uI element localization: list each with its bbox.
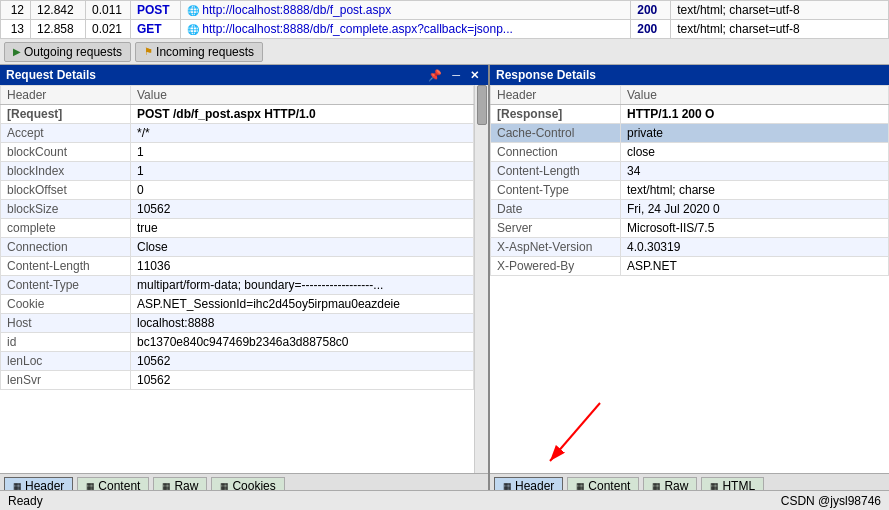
tab-incoming[interactable]: ⚑ Incoming requests <box>135 42 263 62</box>
request-detail-row[interactable]: Host localhost:8888 <box>1 314 474 333</box>
row-method: GET <box>131 20 181 39</box>
resp-header-val: close <box>621 143 889 162</box>
req-header-val: ASP.NET_SessionId=ihc2d45oy5irpmau0eazde… <box>131 295 474 314</box>
pin-button[interactable]: 📌 <box>425 69 445 82</box>
btab-icon: ▦ <box>576 481 585 491</box>
row-num: 12 <box>1 1 31 20</box>
requests-table: 12 12.842 0.011 POST 🌐 http://localhost:… <box>0 0 889 39</box>
request-detail-row[interactable]: Content-Type multipart/form-data; bounda… <box>1 276 474 295</box>
resp-header-val: Fri, 24 Jul 2020 0 <box>621 200 889 219</box>
response-detail-row[interactable]: Content-Length 34 <box>491 162 889 181</box>
row-type: text/html; charset=utf-8 <box>671 20 889 39</box>
response-panel-content: Header Value [Response] HTTP/1.1 200 O C… <box>490 85 889 473</box>
req-header-val: bc1370e840c947469b2346a3d88758c0 <box>131 333 474 352</box>
request-detail-row[interactable]: blockOffset 0 <box>1 181 474 200</box>
req-header-val: multipart/form-data; boundary=----------… <box>131 276 474 295</box>
req-header-val: 10562 <box>131 352 474 371</box>
req-header-key: id <box>1 333 131 352</box>
req-header-key: Cookie <box>1 295 131 314</box>
watermark-text: CSDN @jysl98746 <box>781 494 881 508</box>
req-header-val: localhost:8888 <box>131 314 474 333</box>
outgoing-icon: ▶ <box>13 46 21 57</box>
request-detail-row[interactable]: complete true <box>1 219 474 238</box>
request-scrollbar[interactable] <box>474 85 488 473</box>
row-time: 12.842 <box>31 1 86 20</box>
req-header-key: complete <box>1 219 131 238</box>
req-header-key: Accept <box>1 124 131 143</box>
resp-header-key: Content-Length <box>491 162 621 181</box>
req-header-key: blockSize <box>1 200 131 219</box>
request-detail-row[interactable]: blockIndex 1 <box>1 162 474 181</box>
response-detail-row[interactable]: X-AspNet-Version 4.0.30319 <box>491 238 889 257</box>
resp-header-val: private <box>621 124 889 143</box>
incoming-icon: ⚑ <box>144 46 153 57</box>
response-detail-row[interactable]: Cache-Control private <box>491 124 889 143</box>
request-scroll-thumb[interactable] <box>477 85 487 125</box>
req-header-val: 11036 <box>131 257 474 276</box>
response-details-panel: Response Details Header Value [Response]… <box>490 65 889 497</box>
btab-icon: ▦ <box>710 481 719 491</box>
table-row[interactable]: 13 12.858 0.021 GET 🌐 http://localhost:8… <box>1 20 889 39</box>
req-header-key: blockCount <box>1 143 131 162</box>
resp-header-key: Server <box>491 219 621 238</box>
tab-outgoing[interactable]: ▶ Outgoing requests <box>4 42 131 62</box>
request-detail-row[interactable]: lenSvr 10562 <box>1 371 474 390</box>
request-detail-row[interactable]: Cookie ASP.NET_SessionId=ihc2d45oy5irpma… <box>1 295 474 314</box>
minimize-button[interactable]: ─ <box>449 69 463 82</box>
request-detail-row[interactable]: blockCount 1 <box>1 143 474 162</box>
request-panel-titlebar: Request Details 📌 ─ ✕ <box>0 65 488 85</box>
response-detail-row[interactable]: X-Powered-By ASP.NET <box>491 257 889 276</box>
row-url: 🌐 http://localhost:8888/db/f_complete.as… <box>181 20 631 39</box>
btab-icon: ▦ <box>13 481 22 491</box>
req-header-val: 10562 <box>131 371 474 390</box>
btab-icon: ▦ <box>162 481 171 491</box>
svg-line-1 <box>550 403 600 461</box>
main-panels: Request Details 📌 ─ ✕ Header Value [Requ… <box>0 65 889 497</box>
response-detail-row[interactable]: Content-Type text/html; charse <box>491 181 889 200</box>
request-detail-row[interactable]: [Request] POST /db/f_post.aspx HTTP/1.0 <box>1 105 474 124</box>
request-table-header: Header Value <box>1 86 474 105</box>
request-detail-row[interactable]: lenLoc 10562 <box>1 352 474 371</box>
response-scroll-area[interactable]: Header Value [Response] HTTP/1.1 200 O C… <box>490 85 889 473</box>
tab-bar: ▶ Outgoing requests ⚑ Incoming requests <box>0 39 889 65</box>
response-detail-row[interactable]: Date Fri, 24 Jul 2020 0 <box>491 200 889 219</box>
req-header-val: true <box>131 219 474 238</box>
request-details-panel: Request Details 📌 ─ ✕ Header Value [Requ… <box>0 65 490 497</box>
response-detail-row[interactable]: Server Microsoft-IIS/7.5 <box>491 219 889 238</box>
row-url: 🌐 http://localhost:8888/db/f_post.aspx <box>181 1 631 20</box>
status-bar: Ready CSDN @jysl98746 <box>0 490 889 510</box>
red-arrow-annotation <box>520 393 640 473</box>
resp-header-val: 4.0.30319 <box>621 238 889 257</box>
header-col-label: Header <box>1 86 131 105</box>
row-status: 200 <box>631 1 671 20</box>
resp-header-key: X-Powered-By <box>491 257 621 276</box>
response-table-header: Header Value <box>491 86 889 105</box>
response-detail-row[interactable]: [Response] HTTP/1.1 200 O <box>491 105 889 124</box>
row-time: 12.858 <box>31 20 86 39</box>
resp-header-val: 34 <box>621 162 889 181</box>
resp-header-key: [Response] <box>491 105 621 124</box>
row-status: 200 <box>631 20 671 39</box>
response-detail-row[interactable]: Connection close <box>491 143 889 162</box>
resp-header-key: Content-Type <box>491 181 621 200</box>
table-row[interactable]: 12 12.842 0.011 POST 🌐 http://localhost:… <box>1 1 889 20</box>
resp-header-val: Microsoft-IIS/7.5 <box>621 219 889 238</box>
request-detail-row[interactable]: Connection Close <box>1 238 474 257</box>
close-button[interactable]: ✕ <box>467 69 482 82</box>
btab-icon: ▦ <box>503 481 512 491</box>
value-col-label: Value <box>131 86 474 105</box>
req-header-key: Host <box>1 314 131 333</box>
status-text: Ready <box>8 494 43 508</box>
request-detail-row[interactable]: Content-Length 11036 <box>1 257 474 276</box>
resp-value-col-label: Value <box>621 86 889 105</box>
resp-header-key: Connection <box>491 143 621 162</box>
request-detail-row[interactable]: Accept */* <box>1 124 474 143</box>
request-detail-row[interactable]: blockSize 10562 <box>1 200 474 219</box>
btab-icon: ▦ <box>220 481 229 491</box>
tab-outgoing-label: Outgoing requests <box>24 45 122 59</box>
row-type: text/html; charset=utf-8 <box>671 1 889 20</box>
request-detail-row[interactable]: id bc1370e840c947469b2346a3d88758c0 <box>1 333 474 352</box>
btab-icon: ▦ <box>86 481 95 491</box>
request-scroll-area[interactable]: Header Value [Request] POST /db/f_post.a… <box>0 85 474 473</box>
response-details-table: Header Value [Response] HTTP/1.1 200 O C… <box>490 85 889 276</box>
